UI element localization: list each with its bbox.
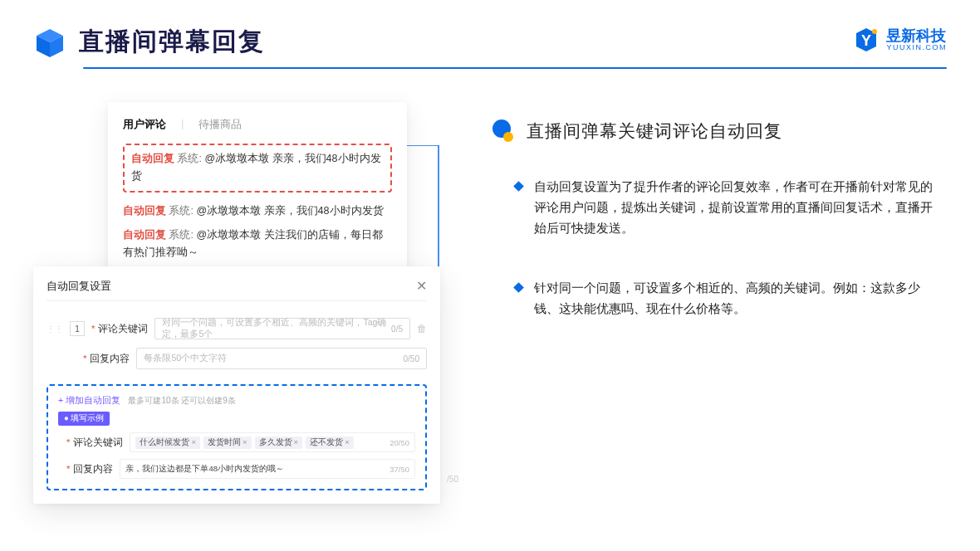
diamond-icon [513,282,524,293]
page-header: 直播间弹幕回复 Y 昱新科技 YUUXIN.COM [0,0,980,67]
reply-text: @冰墩墩本墩 亲亲，我们48小时内发货 [196,205,383,217]
bullet-item: 自动回复设置为了提升作者的评论回复效率，作者可在开播前针对常见的评论用户问题，提… [515,177,938,238]
bullet-item: 针对同一个问题，可设置多个相近的、高频的关键词。例如：这款多少钱、这块能优惠吗、… [515,278,938,319]
diamond-icon [513,181,524,192]
section-title: 直播间弹幕关键词评论自动回复 [527,119,782,143]
example-content-row: *回复内容 亲，我们这边都是下单48小时内发货的哦～ 37/50 [66,459,415,479]
brand-logo: Y 昱新科技 YUUXIN.COM [853,27,947,53]
tabs-row: 用户评论 | 待播商品 [123,117,392,132]
brand-name: 昱新科技 [886,28,947,43]
screenshot-stack: 用户评论 | 待播商品 自动回复 系统: @冰墩墩本墩 亲亲，我们48小时内发货… [33,102,440,500]
brand-sub: YUUXIN.COM [886,43,947,51]
keyword-count: 0/5 [391,324,403,334]
modal-title: 自动回复设置 [47,279,111,294]
order-number: 1 [70,321,85,336]
keyword-label: *评论关键词 [91,323,148,335]
example-content-count: 37/50 [390,465,409,474]
auto-reply-tag: 自动回复 [123,205,166,217]
bullet-text: 针对同一个问题，可设置多个相近的、高频的关键词。例如：这款多少钱、这块能优惠吗、… [534,278,938,319]
tab-pending-goods[interactable]: 待播商品 [198,117,242,132]
comments-panel: 用户评论 | 待播商品 自动回复 系统: @冰墩墩本墩 亲亲，我们48小时内发货… [108,102,407,285]
bullet-text: 自动回复设置为了提升作者的评论回复效率，作者可在开播前针对常见的评论用户问题，提… [534,177,938,238]
auto-reply-tag: 自动回复 [131,153,174,164]
chip[interactable]: 还不发货× [306,436,354,449]
content-count: 0/50 [404,354,419,363]
example-keyword-row: *评论关键词 什么时候发货× 发货时间× 多久发货× 还不发货× 20/50 [66,432,415,452]
section-head: 直播间弹幕关键词评论自动回复 [490,119,938,144]
svg-text:Y: Y [861,32,871,49]
keyword-chips[interactable]: 什么时候发货× 发货时间× 多久发货× 还不发货× 20/50 [130,432,415,452]
system-label: 系统: [177,153,201,164]
keyword-input[interactable]: 对同一个问题，可设置多个相近、高频的关键词，Tag确定，最多5个 0/5 [154,318,410,339]
close-icon[interactable]: ✕ [416,278,427,294]
content-placeholder: 每条限50个中文字符 [144,353,227,364]
auto-reply-settings-modal: 自动回复设置 ✕ ⋮⋮ 1 *评论关键词 对同一个问题，可设置多个相近、高频的关… [33,266,440,504]
reply-line: 自动回复 系统: @冰墩墩本墩 关注我们的店铺，每日都有热门推荐呦～ [123,227,392,262]
bubble-icon [490,119,515,144]
chip[interactable]: 什么时候发货× [135,436,200,449]
example-block: + 增加自动回复 最多可建10条 还可以创建9条 ● 填写示例 *评论关键词 什… [47,384,427,490]
keyword-placeholder: 对同一个问题，可设置多个相近、高频的关键词，Tag确定，最多5个 [162,317,391,340]
tab-separator: | [181,117,184,132]
example-keyword-label: *评论关键词 [66,436,123,449]
chip[interactable]: 多久发货× [255,436,303,449]
example-content-value: 亲，我们这边都是下单48小时内发货的哦～ [125,464,284,475]
content-label: *回复内容 [83,353,130,365]
cube-icon [33,26,66,59]
keyword-row: ⋮⋮ 1 *评论关键词 对同一个问题，可设置多个相近、高频的关键词，Tag确定，… [47,318,427,339]
auto-reply-tag: 自动回复 [123,229,166,241]
chip[interactable]: 发货时间× [203,436,252,449]
example-content-input[interactable]: 亲，我们这边都是下单48小时内发货的哦～ 37/50 [120,459,415,479]
svg-point-4 [872,29,877,34]
system-label: 系统: [169,205,193,217]
system-label: 系统: [169,229,193,241]
drag-handle-icon[interactable]: ⋮⋮ [47,324,63,334]
content-row: *回复内容 每条限50个中文字符 0/50 [83,348,427,369]
example-badge: ● 填写示例 [58,412,110,426]
content-input[interactable]: 每条限50个中文字符 0/50 [136,348,427,369]
reply-line: 自动回复 系统: @冰墩墩本墩 亲亲，我们48小时内发货 [123,202,392,220]
svg-point-6 [503,132,513,142]
tab-user-comments[interactable]: 用户评论 [123,117,166,132]
trash-icon[interactable]: 🗑 [417,323,427,334]
chips-count: 20/50 [390,438,409,447]
brand-icon: Y [853,27,880,53]
page-title: 直播间弹幕回复 [79,25,265,59]
description-panel: 直播间弹幕关键词评论自动回复 自动回复设置为了提升作者的评论回复效率，作者可在开… [490,102,938,500]
example-content-label: *回复内容 [66,463,113,475]
stray-count: /50 [447,475,458,484]
add-auto-reply-link[interactable]: + 增加自动回复 [58,395,120,405]
highlighted-reply: 自动回复 系统: @冰墩墩本墩 亲亲，我们48小时内发货 [123,144,392,193]
reply-line: 自动回复 系统: @冰墩墩本墩 亲亲，我们48小时内发货 [131,150,384,186]
add-hint: 最多可建10条 还可以创建9条 [128,396,235,405]
